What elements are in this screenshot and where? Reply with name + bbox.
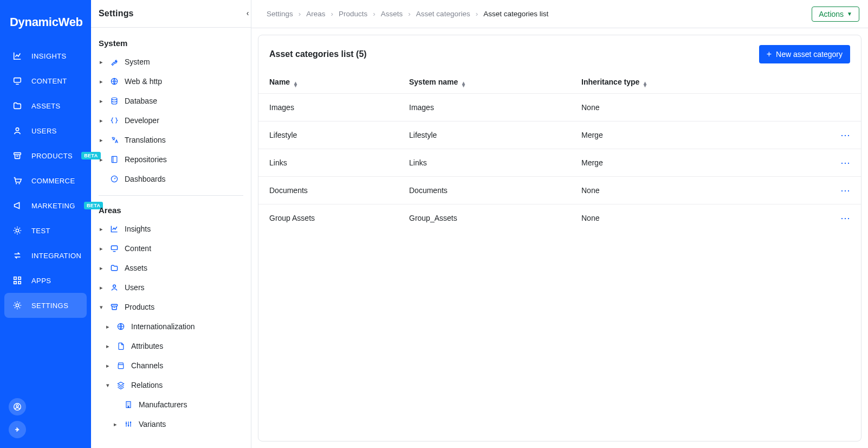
desktop-icon <box>109 244 119 253</box>
nav-item-users[interactable]: USERS <box>0 118 91 143</box>
tree-item-channels[interactable]: ▸ Channels <box>91 356 251 375</box>
settings-tree-scroll[interactable]: System▸ System▸ Web & http▸ Database▸ De… <box>91 28 251 448</box>
nav-item-label: PRODUCTS <box>31 152 73 160</box>
tree-item-insights[interactable]: ▸ Insights <box>91 219 251 239</box>
tree-item-attributes[interactable]: ▸ Attributes <box>91 336 251 356</box>
row-actions-button[interactable]: ⋯ <box>840 185 850 195</box>
breadcrumb-item[interactable]: Areas <box>306 10 325 18</box>
table-row[interactable]: Group Assets Group_Assets None ⋯ <box>258 204 861 232</box>
nav-item-integration[interactable]: INTEGRATION <box>0 243 91 268</box>
chevron-right-icon: ▸ <box>99 137 104 144</box>
sort-icon: ▴▾ <box>462 81 465 87</box>
tree-item-label: Web & http <box>125 77 162 86</box>
tree-item-label: Products <box>125 303 154 311</box>
folder-icon <box>109 263 119 273</box>
cell-system-name: Lifestyle <box>409 131 581 139</box>
table-body: Images Images None ⋯Lifestyle Lifestyle … <box>258 93 861 232</box>
tree-item-web-http[interactable]: ▸ Web & http <box>91 72 251 91</box>
chevron-right-icon: ▸ <box>105 343 111 350</box>
tree-item-dashboards[interactable]: ▸ Dashboards <box>91 169 251 189</box>
breadcrumb-item[interactable]: Settings <box>267 10 293 18</box>
breadcrumb-item: Asset categories list <box>483 10 548 18</box>
tree-item-developer[interactable]: ▸ Developer <box>91 111 251 130</box>
tree-item-label: Assets <box>125 264 147 272</box>
col-header-inheritance-type[interactable]: Inheritance type ▴▾ <box>581 78 828 87</box>
tree-item-manufacturers[interactable]: ▸ Manufacturers <box>91 395 251 414</box>
new-asset-category-button[interactable]: + New asset category <box>759 45 850 63</box>
chevron-right-icon: ▸ <box>99 265 104 272</box>
tree-item-internationalization[interactable]: ▸ Internationalization <box>91 317 251 336</box>
chevron-right-icon: ▸ <box>99 98 104 105</box>
tree-item-assets[interactable]: ▸ Assets <box>91 258 251 278</box>
brand-logo: DynamicWeb <box>0 10 91 43</box>
row-actions-button[interactable]: ⋯ <box>840 213 850 223</box>
nav-item-commerce[interactable]: COMMERCE <box>0 168 91 193</box>
tree-item-translations[interactable]: ▸ Translations <box>91 130 251 150</box>
tree-item-label: Channels <box>131 361 163 370</box>
table-row[interactable]: Documents Documents None ⋯ <box>258 176 861 204</box>
nav-item-settings[interactable]: SETTINGS <box>4 293 87 318</box>
breadcrumb-item[interactable]: Products <box>339 10 367 18</box>
row-actions-button[interactable]: ⋯ <box>840 130 850 140</box>
actions-button-label: Actions <box>819 10 844 18</box>
actions-dropdown-button[interactable]: Actions ▼ <box>812 7 859 22</box>
cell-inheritance-type: Merge <box>581 131 828 139</box>
tree-item-label: System <box>125 57 150 66</box>
nav-items-list: INSIGHTS CONTENT ASSETS USERS PRODUCTS B… <box>0 43 91 398</box>
tree-section-title: Areas <box>91 202 251 219</box>
tree-item-label: Variants <box>139 420 166 428</box>
col-header-system-name[interactable]: System name ▴▾ <box>409 78 581 87</box>
database-icon <box>109 96 119 106</box>
repo-icon <box>109 155 119 164</box>
nav-item-products[interactable]: PRODUCTS BETA <box>0 143 91 168</box>
breadcrumb-item[interactable]: Asset categories <box>416 10 470 18</box>
nav-item-label: TEST <box>31 227 50 235</box>
new-button-label: New asset category <box>776 50 843 59</box>
nav-footer <box>0 398 91 448</box>
tree-item-database[interactable]: ▸ Database <box>91 91 251 111</box>
table-row[interactable]: Images Images None ⋯ <box>258 93 861 121</box>
tree-item-label: Insights <box>125 225 151 233</box>
card-header: Asset categories list (5) + New asset ca… <box>258 35 861 67</box>
tree-section-divider <box>99 195 243 196</box>
tree-item-products[interactable]: ▾ Products <box>91 297 251 317</box>
nav-item-content[interactable]: CONTENT <box>0 68 91 93</box>
tree-item-repositories[interactable]: ▸ Repositories <box>91 150 251 169</box>
nav-item-label: INSIGHTS <box>31 52 67 60</box>
tree-item-variants[interactable]: ▸ Variants <box>91 414 251 434</box>
table-row[interactable]: Lifestyle Lifestyle Merge ⋯ <box>258 121 861 149</box>
tree-item-users[interactable]: ▸ Users <box>91 278 251 297</box>
layers-icon <box>116 380 126 390</box>
gear-icon <box>12 300 23 311</box>
settings-tree-panel: Settings ‹ System▸ System▸ Web & http▸ D… <box>91 0 251 448</box>
grid-icon <box>12 275 23 286</box>
nav-item-label: APPS <box>31 277 51 285</box>
nav-item-apps[interactable]: APPS <box>0 268 91 293</box>
tree-section-title: System <box>91 35 251 52</box>
archive-icon <box>12 150 23 161</box>
cart-icon <box>12 175 23 186</box>
tree-item-label: Dashboards <box>125 175 166 183</box>
nav-item-test[interactable]: TEST <box>0 218 91 243</box>
account-button[interactable] <box>9 398 26 415</box>
nav-item-insights[interactable]: INSIGHTS <box>0 43 91 68</box>
tree-item-label: Attributes <box>131 342 163 350</box>
row-actions-button[interactable]: ⋯ <box>840 158 850 168</box>
cell-inheritance-type: None <box>581 214 828 222</box>
nav-item-marketing[interactable]: MARKETING BETA <box>0 193 91 218</box>
breadcrumb-separator-icon: › <box>476 10 478 18</box>
breadcrumb-item[interactable]: Assets <box>381 10 403 18</box>
table-row[interactable]: Links Links Merge ⋯ <box>258 149 861 176</box>
tree-item-relations[interactable]: ▾ Relations <box>91 375 251 395</box>
collapse-settings-button[interactable]: ‹ <box>243 9 251 17</box>
chart-line-icon <box>109 224 119 234</box>
nav-item-assets[interactable]: ASSETS <box>0 93 91 118</box>
nav-item-label: SETTINGS <box>31 302 68 310</box>
chart-line-icon <box>12 50 23 61</box>
braces-icon <box>109 116 119 125</box>
tree-item-label: Users <box>125 283 145 292</box>
tree-item-content[interactable]: ▸ Content <box>91 239 251 258</box>
col-header-name[interactable]: Name ▴▾ <box>269 78 409 87</box>
collapse-nav-button[interactable] <box>9 421 26 438</box>
tree-item-system[interactable]: ▸ System <box>91 52 251 72</box>
